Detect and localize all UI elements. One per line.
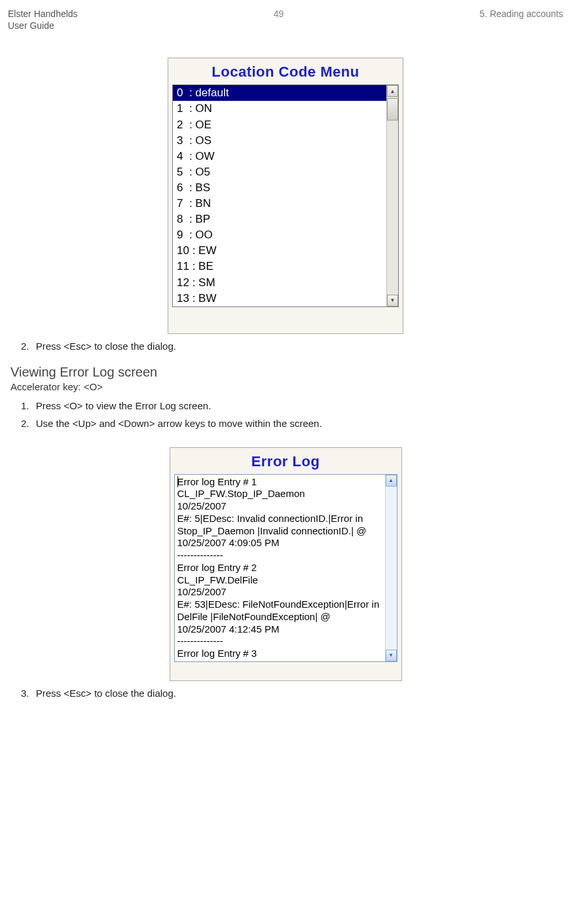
scroll-down-icon[interactable]: ▼: [386, 650, 397, 661]
scroll-track[interactable]: [387, 120, 398, 294]
step-err-2: 2. Use the <Up> and <Down> arrow keys to…: [33, 418, 561, 429]
log-line: 10/25/2007: [177, 586, 382, 599]
step-text: Press <Esc> to close the dialog.: [36, 688, 176, 699]
log-line: 10/25/2007: [177, 500, 382, 513]
list-item[interactable]: 13 : BW: [173, 291, 386, 306]
log-line: Error log Entry # 2: [177, 562, 382, 574]
log-line: E#: 5|EDesc: Invalid connectionID.|Error…: [177, 513, 382, 549]
list-item[interactable]: 6 : BS: [173, 180, 386, 196]
location-code-window: Location Code Menu 0 : default1 : ON2 : …: [168, 58, 403, 333]
log-line: CL_IP_FW.DelFile: [177, 574, 382, 587]
log-line: --------------: [177, 549, 382, 562]
location-code-title: Location Code Menu: [168, 58, 403, 84]
list-item[interactable]: 7 : BN: [173, 196, 386, 212]
list-item[interactable]: 10 : EW: [173, 243, 386, 259]
scrollbar[interactable]: ▲ ▼: [385, 475, 397, 661]
step-text: Use the <Up> and <Down> arrow keys to mo…: [36, 418, 322, 429]
page-header: Elster Handhelds User Guide 49 5. Readin…: [0, 8, 571, 31]
error-log-window: Error Log Error log Entry # 1CL_IP_FW.St…: [170, 447, 402, 681]
list-item[interactable]: 9 : OO: [173, 227, 386, 243]
list-item[interactable]: 4 : OW: [173, 149, 386, 164]
list-item[interactable]: 2 : OE: [173, 117, 386, 133]
scroll-up-icon[interactable]: ▲: [386, 475, 397, 487]
scrollbar[interactable]: ▲ ▼: [386, 85, 398, 306]
accelerator-key-note: Accelerator key: <O>: [10, 381, 561, 392]
list-item[interactable]: 8 : BP: [173, 212, 386, 227]
scroll-down-icon[interactable]: ▼: [387, 295, 398, 306]
step-err-1: 1. Press <O> to view the Error Log scree…: [33, 400, 561, 411]
step-a-2: 2. Press <Esc> to close the dialog.: [33, 341, 561, 352]
step-number: 3.: [21, 688, 29, 699]
list-item[interactable]: 11 : BE: [173, 259, 386, 274]
step-number: 1.: [21, 400, 29, 411]
step-number: 2.: [21, 418, 29, 429]
location-code-listbox[interactable]: 0 : default1 : ON2 : OE3 : OS4 : OW5 : O…: [172, 84, 399, 306]
scroll-track[interactable]: [386, 487, 397, 650]
list-item[interactable]: 5 : O5: [173, 164, 386, 180]
log-line: --------------: [177, 635, 382, 648]
step-text: Press <Esc> to close the dialog.: [36, 341, 176, 352]
step-number: 2.: [21, 341, 29, 352]
doc-title-1: Elster Handhelds: [8, 8, 78, 20]
list-item[interactable]: 0 : default: [173, 85, 386, 101]
log-line: CL_IP_FW.Stop_IP_Daemon: [177, 488, 382, 500]
list-item[interactable]: 1 : ON: [173, 101, 386, 117]
scroll-up-icon[interactable]: ▲: [387, 85, 398, 97]
list-item[interactable]: 3 : OS: [173, 133, 386, 149]
log-line: Error log Entry # 3: [177, 648, 382, 660]
doc-title-2: User Guide: [8, 20, 78, 31]
log-line: E#: 53|EDesc: FileNotFoundException|Erro…: [177, 599, 382, 635]
chapter-title: 5. Reading accounts: [479, 8, 563, 31]
error-log-textarea[interactable]: Error log Entry # 1CL_IP_FW.Stop_IP_Daem…: [174, 474, 397, 662]
header-left: Elster Handhelds User Guide: [8, 8, 78, 31]
list-item[interactable]: 12 : SM: [173, 275, 386, 291]
step-text: Press <O> to view the Error Log screen.: [36, 400, 212, 411]
page-number: 49: [274, 8, 284, 31]
scroll-thumb[interactable]: [387, 98, 398, 120]
error-log-title: Error Log: [170, 448, 401, 474]
section-heading-error-log: Viewing Error Log screen: [10, 365, 561, 380]
step-b-3: 3. Press <Esc> to close the dialog.: [33, 688, 561, 699]
log-line: Error log Entry # 1: [177, 476, 382, 489]
